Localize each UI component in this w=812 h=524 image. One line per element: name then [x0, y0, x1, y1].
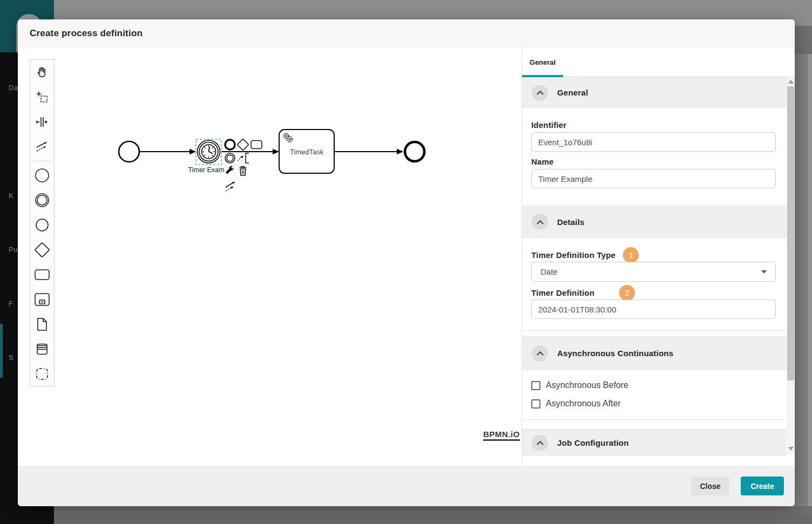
chevron-up-icon: [537, 91, 544, 98]
section-divider: [522, 419, 787, 420]
timer-definition-type-select[interactable]: Date: [531, 262, 776, 282]
timer-event-label: Timer Exam: [188, 166, 225, 174]
modal-title: Create process definition: [30, 28, 143, 39]
sequence-flow-1: [140, 149, 196, 154]
context-pad[interactable]: [225, 139, 262, 191]
service-task[interactable]: TimedTask: [279, 130, 334, 173]
task-label: TimedTask: [290, 148, 324, 156]
section-async-title: Asynchronous Continuations: [557, 349, 673, 358]
append-gateway-icon: [237, 139, 248, 150]
panel-scrollbar[interactable]: [787, 77, 795, 453]
chevron-up-icon: [537, 441, 544, 448]
timer-def-label-row: Timer Definition 2: [531, 285, 635, 301]
panel-scroll-area: General Identifier Name Details Timer De…: [522, 77, 795, 456]
sidebar-active-indicator: [0, 324, 3, 378]
sidebar-item-f[interactable]: F: [9, 300, 13, 308]
timer-definition-type-value: Date: [540, 267, 558, 276]
sequence-flow-3: [334, 149, 403, 154]
section-details-title: Details: [557, 217, 585, 227]
scroll-up-arrow-icon[interactable]: [788, 80, 794, 84]
properties-panel: General General Identifier Name Details: [522, 47, 795, 466]
identifier-input[interactable]: [531, 132, 776, 152]
scroll-down-arrow-icon[interactable]: [788, 447, 794, 451]
timer-definition-input[interactable]: [531, 300, 776, 319]
bpmn-diagram: Timer Exam: [18, 47, 522, 466]
timer-definition-label: Timer Definition: [531, 288, 594, 297]
append-task-icon: [251, 141, 262, 149]
chevron-up-icon: [537, 351, 544, 358]
timer-type-label-row: Timer Definition Type 1: [531, 247, 639, 263]
connect-icon: [226, 182, 235, 192]
section-general-title: General: [557, 88, 588, 97]
modal-footer: Close Create: [18, 466, 795, 506]
delete-icon: [240, 167, 247, 176]
section-job-title: Job Configuration: [557, 438, 629, 447]
tab-general[interactable]: General: [522, 47, 563, 77]
sidebar-item-s[interactable]: S: [9, 353, 13, 362]
asynchronous-after-label: Asynchronous After: [546, 399, 621, 409]
start-event[interactable]: [119, 141, 139, 162]
asynchronous-before-checkbox[interactable]: [531, 381, 540, 390]
section-job-header[interactable]: Job Configuration: [522, 429, 787, 456]
step-1-badge: 1: [623, 247, 639, 263]
close-button[interactable]: Close: [691, 477, 729, 495]
timer-definition-type-label: Timer Definition Type: [531, 250, 615, 260]
step-2-badge: 2: [619, 285, 635, 301]
create-process-definition-modal: Create process definition: [18, 19, 795, 506]
tab-general-label: General: [530, 58, 556, 66]
sidebar-item-k[interactable]: K: [9, 192, 13, 200]
underlay-header-band: [795, 26, 812, 54]
wrench-icon: [226, 166, 234, 174]
section-async-header[interactable]: Asynchronous Continuations: [522, 336, 787, 370]
asynchronous-after-checkbox[interactable]: [531, 399, 540, 409]
name-label: Name: [531, 157, 554, 166]
modal-body: Timer Exam: [18, 47, 795, 466]
collapse-async-button[interactable]: [532, 345, 548, 362]
modal-header: Create process definition: [18, 19, 795, 47]
section-details-header[interactable]: Details: [522, 206, 787, 238]
append-end-event-icon: [225, 140, 235, 149]
section-divider: [522, 330, 787, 331]
timer-event[interactable]: [198, 140, 220, 163]
scrollbar-thumb[interactable]: [787, 86, 794, 380]
underlay-bottom-shade: [54, 515, 812, 524]
chevron-down-icon: [761, 270, 767, 274]
identifier-label: Identifier: [531, 120, 566, 130]
collapse-general-button[interactable]: [532, 85, 548, 101]
section-general-header[interactable]: General: [522, 77, 787, 108]
collapse-details-button[interactable]: [532, 214, 548, 230]
bpmn-io-watermark[interactable]: BPMN.iO: [483, 430, 520, 441]
async-after-row: Asynchronous After: [531, 399, 621, 409]
name-input[interactable]: [531, 169, 776, 188]
sidebar-item-da[interactable]: Da: [9, 84, 18, 92]
async-before-row: Asynchronous Before: [531, 380, 628, 390]
chevron-up-icon: [537, 220, 544, 227]
panel-tabbar: General: [522, 47, 795, 77]
bpmn-canvas[interactable]: Timer Exam: [18, 47, 522, 466]
create-button[interactable]: Create: [741, 477, 784, 495]
append-text-annotation-icon: [238, 153, 249, 163]
asynchronous-before-label: Asynchronous Before: [546, 380, 628, 390]
page-scrollbar[interactable]: [808, 54, 812, 506]
end-event[interactable]: [405, 142, 424, 161]
collapse-job-button[interactable]: [532, 435, 548, 451]
